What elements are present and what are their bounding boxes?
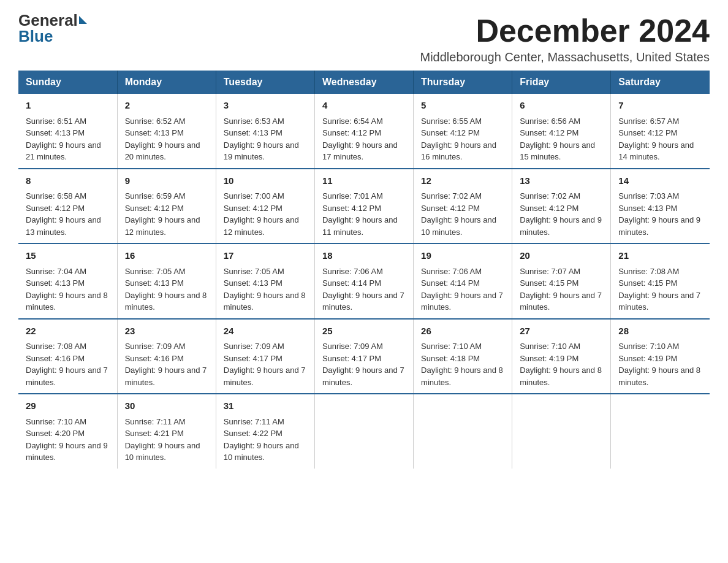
day-number: 25: [322, 324, 406, 339]
calendar-cell: 19Sunrise: 7:06 AMSunset: 4:14 PMDayligh…: [414, 243, 512, 319]
calendar-cell: 30Sunrise: 7:11 AMSunset: 4:21 PMDayligh…: [117, 394, 216, 469]
day-number: 16: [125, 249, 208, 263]
day-info: Sunrise: 6:59 AMSunset: 4:12 PMDaylight:…: [125, 191, 200, 237]
calendar-cell: 9Sunrise: 6:59 AMSunset: 4:12 PMDaylight…: [117, 169, 216, 244]
day-number: 19: [421, 249, 504, 263]
calendar-cell: 4Sunrise: 6:54 AMSunset: 4:12 PMDaylight…: [314, 94, 413, 169]
day-info: Sunrise: 7:07 AMSunset: 4:15 PMDaylight:…: [520, 267, 602, 312]
day-info: Sunrise: 7:05 AMSunset: 4:13 PMDaylight:…: [125, 267, 207, 312]
day-number: 10: [224, 174, 307, 188]
day-info: Sunrise: 6:54 AMSunset: 4:12 PMDaylight:…: [322, 117, 398, 162]
calendar-cell: 15Sunrise: 7:04 AMSunset: 4:13 PMDayligh…: [18, 243, 117, 319]
day-info: Sunrise: 7:08 AMSunset: 4:15 PMDaylight:…: [618, 267, 700, 312]
calendar-cell: 23Sunrise: 7:09 AMSunset: 4:16 PMDayligh…: [117, 319, 216, 394]
day-info: Sunrise: 7:03 AMSunset: 4:13 PMDaylight:…: [618, 191, 700, 237]
day-info: Sunrise: 7:08 AMSunset: 4:16 PMDaylight:…: [26, 342, 108, 387]
day-number: 20: [520, 249, 603, 263]
calendar-cell: 25Sunrise: 7:09 AMSunset: 4:17 PMDayligh…: [314, 319, 413, 394]
calendar-week-row: 29Sunrise: 7:10 AMSunset: 4:20 PMDayligh…: [18, 394, 710, 469]
day-number: 7: [618, 99, 702, 113]
calendar-cell: 5Sunrise: 6:55 AMSunset: 4:12 PMDaylight…: [414, 94, 512, 169]
calendar-cell: 10Sunrise: 7:00 AMSunset: 4:12 PMDayligh…: [216, 169, 314, 244]
day-info: Sunrise: 7:09 AMSunset: 4:17 PMDaylight:…: [224, 342, 306, 387]
day-info: Sunrise: 6:52 AMSunset: 4:13 PMDaylight:…: [125, 117, 200, 162]
calendar-cell: 2Sunrise: 6:52 AMSunset: 4:13 PMDaylight…: [117, 94, 216, 169]
day-number: 15: [26, 249, 110, 263]
calendar-cell: 17Sunrise: 7:05 AMSunset: 4:13 PMDayligh…: [216, 243, 314, 319]
day-info: Sunrise: 7:11 AMSunset: 4:21 PMDaylight:…: [125, 417, 200, 462]
calendar-cell: 21Sunrise: 7:08 AMSunset: 4:15 PMDayligh…: [611, 243, 710, 319]
page-title: December 2024: [420, 12, 710, 49]
col-header-saturday: Saturday: [611, 71, 710, 94]
page-header: General Blue December 2024 Middleborough…: [18, 12, 710, 64]
day-number: 4: [322, 99, 406, 113]
day-number: 27: [520, 324, 603, 339]
day-number: 12: [421, 174, 504, 188]
day-info: Sunrise: 7:10 AMSunset: 4:19 PMDaylight:…: [618, 342, 700, 387]
calendar-cell: 28Sunrise: 7:10 AMSunset: 4:19 PMDayligh…: [611, 319, 710, 394]
day-number: 22: [26, 324, 110, 339]
day-number: 26: [421, 324, 504, 339]
calendar-week-row: 22Sunrise: 7:08 AMSunset: 4:16 PMDayligh…: [18, 319, 710, 394]
day-number: 24: [224, 324, 307, 339]
calendar-cell: 26Sunrise: 7:10 AMSunset: 4:18 PMDayligh…: [414, 319, 512, 394]
calendar-week-row: 1Sunrise: 6:51 AMSunset: 4:13 PMDaylight…: [18, 94, 710, 169]
calendar-cell: 20Sunrise: 7:07 AMSunset: 4:15 PMDayligh…: [512, 243, 611, 319]
calendar-table: SundayMondayTuesdayWednesdayThursdayFrid…: [18, 71, 710, 469]
page-subtitle: Middleborough Center, Massachusetts, Uni…: [420, 50, 710, 64]
day-info: Sunrise: 6:53 AMSunset: 4:13 PMDaylight:…: [224, 117, 299, 162]
day-info: Sunrise: 7:01 AMSunset: 4:12 PMDaylight:…: [322, 191, 398, 237]
logo-triangle-icon: [79, 16, 87, 24]
day-number: 13: [520, 174, 603, 188]
calendar-cell: 24Sunrise: 7:09 AMSunset: 4:17 PMDayligh…: [216, 319, 314, 394]
col-header-monday: Monday: [117, 71, 216, 94]
col-header-friday: Friday: [512, 71, 611, 94]
day-number: 18: [322, 249, 406, 263]
logo-general-text: General: [18, 12, 78, 28]
day-number: 29: [26, 399, 110, 413]
calendar-cell: [611, 394, 710, 469]
day-number: 23: [125, 324, 208, 339]
calendar-cell: 27Sunrise: 7:10 AMSunset: 4:19 PMDayligh…: [512, 319, 611, 394]
day-info: Sunrise: 7:00 AMSunset: 4:12 PMDaylight:…: [224, 191, 299, 237]
col-header-sunday: Sunday: [18, 71, 117, 94]
day-info: Sunrise: 6:51 AMSunset: 4:13 PMDaylight:…: [26, 117, 101, 162]
calendar-week-row: 8Sunrise: 6:58 AMSunset: 4:12 PMDaylight…: [18, 169, 710, 244]
calendar-cell: 31Sunrise: 7:11 AMSunset: 4:22 PMDayligh…: [216, 394, 314, 469]
col-header-wednesday: Wednesday: [314, 71, 413, 94]
calendar-cell: 6Sunrise: 6:56 AMSunset: 4:12 PMDaylight…: [512, 94, 611, 169]
day-info: Sunrise: 6:57 AMSunset: 4:12 PMDaylight:…: [618, 117, 694, 162]
day-info: Sunrise: 7:05 AMSunset: 4:13 PMDaylight:…: [224, 267, 306, 312]
day-info: Sunrise: 7:02 AMSunset: 4:12 PMDaylight:…: [520, 191, 602, 237]
calendar-cell: 18Sunrise: 7:06 AMSunset: 4:14 PMDayligh…: [314, 243, 413, 319]
day-info: Sunrise: 6:55 AMSunset: 4:12 PMDaylight:…: [421, 117, 496, 162]
calendar-cell: 14Sunrise: 7:03 AMSunset: 4:13 PMDayligh…: [611, 169, 710, 244]
day-number: 5: [421, 99, 504, 113]
day-info: Sunrise: 7:10 AMSunset: 4:18 PMDaylight:…: [421, 342, 503, 387]
day-info: Sunrise: 7:09 AMSunset: 4:17 PMDaylight:…: [322, 342, 404, 387]
calendar-cell: 7Sunrise: 6:57 AMSunset: 4:12 PMDaylight…: [611, 94, 710, 169]
logo: General Blue: [18, 12, 87, 44]
day-number: 2: [125, 99, 208, 113]
day-number: 3: [224, 99, 307, 113]
calendar-cell: 1Sunrise: 6:51 AMSunset: 4:13 PMDaylight…: [18, 94, 117, 169]
calendar-cell: 16Sunrise: 7:05 AMSunset: 4:13 PMDayligh…: [117, 243, 216, 319]
day-info: Sunrise: 7:06 AMSunset: 4:14 PMDaylight:…: [322, 267, 404, 312]
day-info: Sunrise: 7:04 AMSunset: 4:13 PMDaylight:…: [26, 267, 108, 312]
calendar-cell: [314, 394, 413, 469]
calendar-cell: 13Sunrise: 7:02 AMSunset: 4:12 PMDayligh…: [512, 169, 611, 244]
day-info: Sunrise: 6:56 AMSunset: 4:12 PMDaylight:…: [520, 117, 595, 162]
calendar-cell: 22Sunrise: 7:08 AMSunset: 4:16 PMDayligh…: [18, 319, 117, 394]
calendar-week-row: 15Sunrise: 7:04 AMSunset: 4:13 PMDayligh…: [18, 243, 710, 319]
calendar-header-row: SundayMondayTuesdayWednesdayThursdayFrid…: [18, 71, 710, 94]
day-number: 28: [618, 324, 702, 339]
col-header-thursday: Thursday: [414, 71, 512, 94]
col-header-tuesday: Tuesday: [216, 71, 314, 94]
day-number: 21: [618, 249, 702, 263]
title-section: December 2024 Middleborough Center, Mass…: [420, 12, 710, 64]
calendar-cell: [414, 394, 512, 469]
day-number: 30: [125, 399, 208, 413]
day-number: 8: [26, 174, 110, 188]
calendar-cell: 8Sunrise: 6:58 AMSunset: 4:12 PMDaylight…: [18, 169, 117, 244]
calendar-cell: 29Sunrise: 7:10 AMSunset: 4:20 PMDayligh…: [18, 394, 117, 469]
